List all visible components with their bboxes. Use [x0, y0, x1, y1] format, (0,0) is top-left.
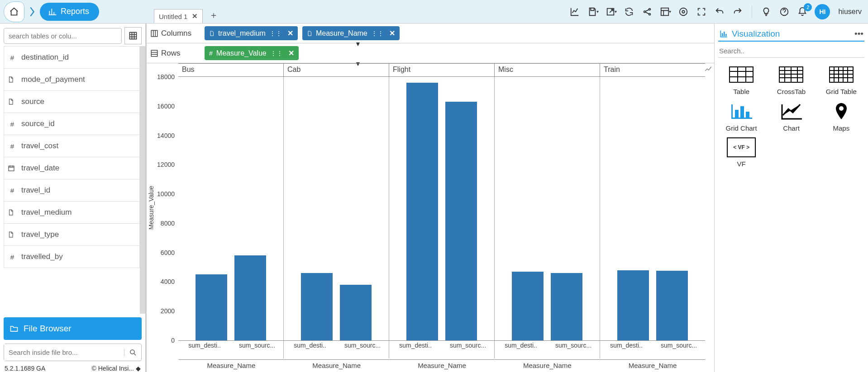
brand-label: © Helical Insi... ◆ [92, 365, 141, 372]
add-tab-button[interactable]: ＋ [205, 7, 222, 23]
refresh-icon[interactable] [623, 6, 635, 18]
user-name: hiuserv [838, 8, 862, 16]
field-item[interactable]: #travel_cost [4, 135, 140, 157]
pill-remove-icon[interactable]: ✕ [389, 29, 395, 38]
field-item[interactable]: #source_id [4, 113, 140, 135]
close-tab-icon[interactable]: ✕ [192, 12, 198, 20]
notifications-icon[interactable]: 2 [796, 6, 808, 18]
chart-bar[interactable] [340, 285, 372, 340]
viz-option-crosstab[interactable]: CrossTab [768, 64, 814, 95]
viz-option-grid-table[interactable]: Grid Table [818, 64, 864, 95]
field-item[interactable]: travel_medium [4, 202, 140, 224]
y-tick: 10000 [157, 190, 175, 198]
toggle-table-view-button[interactable] [124, 27, 142, 44]
search-icon[interactable] [124, 348, 141, 357]
file-browser-button[interactable]: File Browser [4, 317, 142, 340]
hint-icon[interactable] [760, 6, 772, 18]
more-options-icon[interactable]: ••• [854, 29, 863, 39]
chart-bar[interactable] [617, 270, 649, 340]
redo-icon[interactable] [732, 6, 744, 18]
facet-header: Bus [178, 64, 283, 76]
x-axis-label: Measure_Name [389, 359, 495, 372]
svg-rect-19 [735, 110, 739, 118]
chart-bar[interactable] [234, 255, 266, 340]
y-tick: 14000 [157, 132, 175, 139]
pill-options-icon[interactable]: ⋮⋮ [269, 30, 282, 37]
facet-header: Train [600, 64, 705, 76]
svg-rect-4 [661, 8, 669, 15]
shelf-pill[interactable]: Measure_Name⋮⋮✕ [302, 26, 400, 40]
x-tick: sum_sourc... [442, 341, 494, 358]
pill-options-icon[interactable]: ⋮⋮ [270, 50, 283, 57]
visualization-title: Visualization [732, 29, 780, 39]
facet-header: Cab [283, 64, 389, 76]
fullscreen-icon[interactable] [696, 6, 707, 18]
home-button[interactable] [4, 1, 24, 22]
y-tick: 18000 [157, 73, 175, 80]
viz-option-grid-chart[interactable]: Grid Chart [718, 101, 764, 132]
chart-facet [283, 77, 389, 340]
field-item[interactable]: #travelled_by [4, 246, 140, 268]
document-tab[interactable]: Untitled 1 ✕ [154, 9, 203, 23]
x-tick: sum_desti.. [600, 341, 653, 358]
svg-rect-8 [130, 33, 137, 39]
field-item[interactable]: #travel_id [4, 179, 140, 202]
undo-icon[interactable] [714, 6, 725, 18]
shelf-pill[interactable]: travel_medium⋮⋮✕ [205, 26, 298, 40]
notification-count: 2 [804, 3, 812, 11]
chart-facet [600, 77, 705, 340]
field-item[interactable]: #destination_id [4, 46, 140, 69]
field-item[interactable]: travel_date [4, 157, 140, 179]
pill-remove-icon[interactable]: ✕ [287, 29, 293, 38]
y-tick: 6000 [161, 249, 175, 256]
chart-bar[interactable] [196, 274, 227, 340]
field-item[interactable]: source [4, 91, 140, 113]
x-axis-label: Measure_Name [178, 359, 284, 372]
user-avatar[interactable]: HI [815, 4, 830, 19]
reports-tab[interactable]: Reports [40, 3, 99, 21]
viz-option-table[interactable]: Table [718, 64, 764, 95]
save-icon[interactable]: ▾ [587, 6, 599, 18]
folder-icon [9, 324, 19, 333]
pill-type-icon [307, 30, 312, 37]
svg-point-1 [644, 11, 646, 13]
x-tick: sum_desti.. [284, 341, 336, 358]
trend-icon[interactable] [704, 65, 712, 73]
svg-rect-21 [746, 112, 749, 118]
shelf-pill[interactable]: #Measure_Value⋮⋮✕ [205, 46, 299, 60]
field-item[interactable]: travel_type [4, 224, 140, 246]
share-icon[interactable] [641, 6, 653, 18]
y-axis-label: Measure_Value [148, 186, 155, 230]
chart-type-icon[interactable] [569, 6, 581, 18]
viz-option-maps[interactable]: Maps [818, 101, 864, 132]
chart-bar[interactable] [551, 273, 582, 340]
y-tick: 0 [171, 337, 175, 344]
viz-option-chart[interactable]: Chart [768, 101, 814, 132]
chart-bar[interactable] [301, 273, 333, 340]
preview-icon[interactable] [677, 6, 689, 18]
chart-bar[interactable] [445, 102, 477, 340]
pill-type-icon: # [209, 50, 213, 57]
layout-icon[interactable]: ▾ [659, 6, 671, 18]
x-axis-label: Measure_Name [600, 359, 705, 372]
viz-option-vf[interactable]: < VF >VF [718, 137, 764, 168]
export-icon[interactable]: ▾ [605, 6, 617, 18]
help-icon[interactable] [778, 6, 790, 18]
chart-bar[interactable] [656, 271, 688, 340]
svg-point-6 [682, 10, 685, 13]
pill-type-icon [209, 30, 215, 37]
pill-options-icon[interactable]: ⋮⋮ [371, 30, 384, 37]
field-item[interactable]: mode_of_payment [4, 69, 140, 91]
svg-rect-15 [725, 34, 727, 36]
top-bar: Reports Untitled 1 ✕ ＋ ▾ ▾ ▾ [0, 0, 868, 24]
file-search-input[interactable] [4, 344, 124, 361]
document-tab-title: Untitled 1 [159, 13, 187, 20]
chart-bar[interactable] [406, 83, 438, 340]
pill-remove-icon[interactable]: ✕ [288, 49, 294, 57]
field-search-input[interactable] [4, 28, 122, 44]
chart-bar[interactable] [512, 272, 544, 340]
rows-shelf[interactable]: Rows #Measure_Value⋮⋮✕ ▼ [147, 43, 714, 63]
visualization-search-input[interactable] [718, 44, 864, 58]
columns-shelf[interactable]: Columns travel_medium⋮⋮✕Measure_Name⋮⋮✕ … [147, 24, 714, 43]
reports-label: Reports [61, 7, 89, 16]
